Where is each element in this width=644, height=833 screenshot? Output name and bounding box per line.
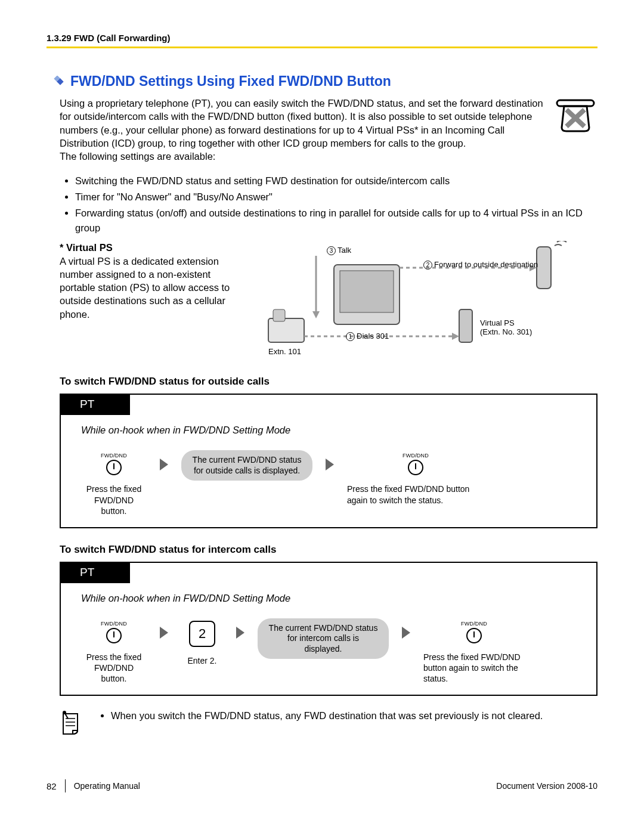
status-display-pill: The current FWD/DND status for intercom … [258, 618, 389, 659]
diagram-step-1-icon: 1 [346, 332, 355, 341]
list-item: Switching the FWD/DND status and setting… [75, 174, 597, 188]
pt-tab: PT [60, 394, 130, 415]
proc1-caption-left: Press the fixed FWD/DND button. [81, 484, 147, 516]
intro-paragraph: Using a proprietary telephone (PT), you … [60, 97, 597, 163]
svg-rect-8 [273, 309, 285, 321]
diagram-step-3-icon: 3 [327, 246, 336, 255]
diagram-extn101-label: Extn. 101 [268, 347, 301, 356]
enter-2-step: 2 Enter 2. [181, 621, 223, 666]
enter-2-caption: Enter 2. [181, 655, 223, 666]
keypad-2-icon: 2 [189, 621, 215, 647]
arrow-right-icon [160, 459, 168, 470]
svg-rect-10 [537, 247, 551, 289]
virtual-ps-diagram: 3Talk 2Forward to outside destination 1D… [244, 241, 597, 360]
svg-rect-7 [268, 318, 304, 342]
list-item: Timer for "No Answer" and "Busy/No Answe… [75, 190, 597, 205]
note-paper-icon [60, 710, 83, 738]
section-heading: FWD/DND Settings Using Fixed FWD/DND But… [52, 73, 597, 89]
fwd-dnd-label: FWD/DND [423, 621, 525, 627]
fwd-dnd-label: FWD/DND [81, 453, 147, 459]
diagram-dials-label: Dials 301 [357, 332, 389, 340]
diagram-svg [244, 241, 578, 360]
virtual-ps-definition: * Virtual PS A virtual PS is a dedicated… [60, 241, 239, 360]
fwd-dnd-label: FWD/DND [347, 453, 484, 459]
telephone-dnd-icon [553, 98, 597, 134]
proc2-heading: To switch FWD/DND status for intercom ca… [60, 544, 597, 556]
diagram-step-2-icon: 2 [423, 261, 432, 270]
arrow-right-icon [326, 459, 334, 470]
section-title: FWD/DND Settings Using Fixed FWD/DND But… [70, 73, 391, 89]
settings-list: Switching the FWD/DND status and setting… [60, 174, 597, 235]
status-display-pill: The current FWD/DND status for outside c… [181, 450, 312, 481]
svg-rect-6 [340, 271, 394, 312]
power-button-icon [106, 628, 122, 643]
pt-tab: PT [60, 562, 130, 583]
proc1-caption-right: Press the fixed FWD/DND button again to … [347, 484, 484, 505]
diagram-vps-extn-label: (Extn. No. 301) [480, 327, 532, 336]
arrow-right-icon [402, 627, 410, 639]
fwd-dnd-button-step: FWD/DND Press the fixed FWD/DND button. [81, 621, 147, 685]
intro-text: Using a proprietary telephone (PT), you … [60, 98, 543, 148]
manual-name: Operating Manual [74, 781, 140, 791]
page-header: 1.3.29 FWD (Call Forwarding) [47, 33, 597, 48]
diagram-vps-label: Virtual PS [480, 318, 515, 327]
power-button-icon [106, 460, 122, 475]
proc2-mode: While on-hook when in FWD/DND Setting Mo… [81, 593, 584, 604]
footer-separator [65, 779, 66, 792]
virtual-ps-text: A virtual PS is a dedicated extension nu… [60, 256, 230, 320]
document-version: Document Version 2008-10 [496, 781, 597, 791]
note-text: When you switch the FWD/DND status, any … [111, 709, 543, 722]
fwd-dnd-button-step: FWD/DND Press the fixed FWD/DND button a… [423, 621, 525, 685]
proc2-box: PT While on-hook when in FWD/DND Setting… [60, 562, 597, 696]
svg-marker-16 [452, 333, 459, 340]
fwd-dnd-label: FWD/DND [81, 621, 147, 627]
proc2-caption-left: Press the fixed FWD/DND button. [81, 652, 147, 685]
arrow-right-icon [236, 627, 244, 639]
power-button-icon [408, 460, 423, 475]
note-row: When you switch the FWD/DND status, any … [60, 709, 597, 738]
intro-follow: The following settings are available: [60, 151, 215, 162]
arrow-right-icon [160, 627, 168, 639]
page-number: 82 [47, 781, 57, 791]
proc2-caption-right: Press the fixed FWD/DND button again to … [423, 652, 525, 685]
proc1-box: PT While on-hook when in FWD/DND Setting… [60, 394, 597, 528]
fwd-dnd-button-step: FWD/DND Press the fixed FWD/DND button a… [347, 453, 484, 505]
proc1-heading: To switch FWD/DND status for outside cal… [60, 376, 597, 388]
svg-marker-12 [312, 311, 320, 318]
list-item: Forwarding status (on/off) and outside d… [75, 206, 597, 236]
page-footer: 82 Operating Manual Document Version 200… [47, 779, 597, 792]
proc1-mode: While on-hook when in FWD/DND Setting Mo… [81, 425, 584, 436]
power-button-icon [466, 628, 482, 643]
diamond-bullet-icon [52, 76, 64, 88]
virtual-ps-title: * Virtual PS [60, 242, 113, 253]
svg-rect-9 [459, 309, 472, 342]
fwd-dnd-button-step: FWD/DND Press the fixed FWD/DND button. [81, 453, 147, 516]
diagram-forward-label: Forward to outside destination [434, 260, 538, 269]
diagram-talk-label: Talk [338, 246, 351, 255]
